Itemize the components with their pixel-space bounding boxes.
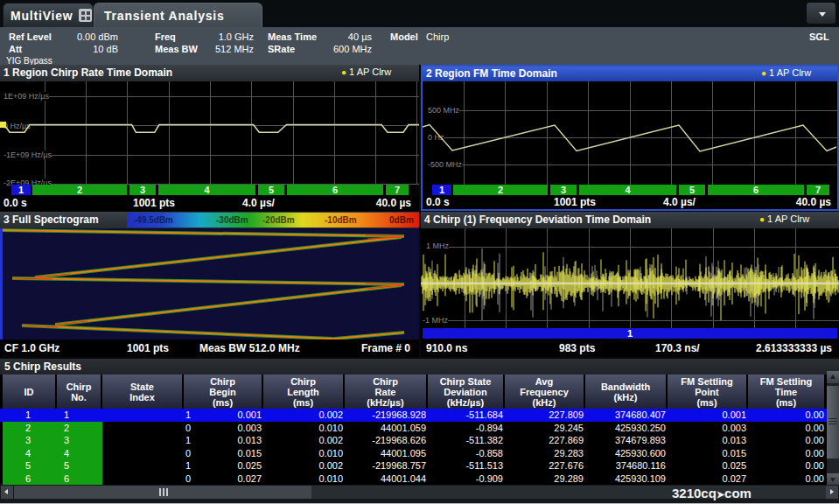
svg-text:-49.5dBm: -49.5dBm (134, 215, 173, 225)
svg-text:0dBm: 0dBm (389, 215, 414, 225)
svg-text:-10dBm: -10dBm (325, 215, 357, 225)
svg-text:-20dBm: -20dBm (262, 215, 295, 225)
svg-text:-30dBm: -30dBm (216, 215, 248, 225)
